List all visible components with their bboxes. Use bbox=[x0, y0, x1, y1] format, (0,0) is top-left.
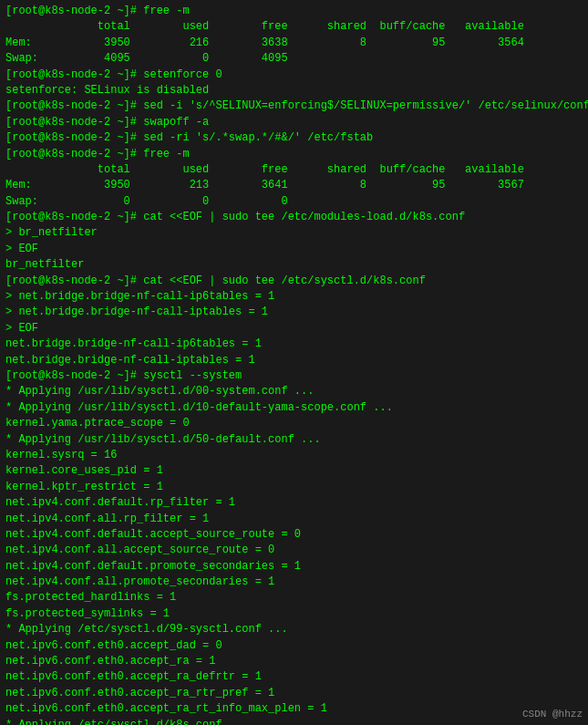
terminal-line: [root@k8s-node-2 ~]# sed -ri 's/.*swap.*… bbox=[5, 130, 583, 146]
terminal-line: net.ipv4.conf.default.rp_filter = 1 bbox=[5, 495, 583, 511]
terminal-line: * Applying /etc/sysctl.d/k8s.conf ... bbox=[5, 718, 583, 725]
terminal-line: kernel.core_uses_pid = 1 bbox=[5, 463, 583, 479]
terminal-line: net.ipv4.conf.default.promote_secondarie… bbox=[5, 559, 583, 575]
terminal-line: > net.bridge.bridge-nf-call-ip6tables = … bbox=[5, 289, 583, 305]
terminal-line: [root@k8s-node-2 ~]# sed -i 's/^SELINUX=… bbox=[5, 98, 583, 114]
terminal-line: net.bridge.bridge-nf-call-ip6tables = 1 bbox=[5, 337, 583, 352]
terminal-line: Swap: 0 0 0 bbox=[5, 194, 583, 210]
terminal-line: Mem: 3950 213 3641 8 95 3567 bbox=[5, 178, 583, 193]
terminal-line: kernel.yama.ptrace_scope = 0 bbox=[5, 416, 583, 431]
terminal-line: [root@k8s-node-2 ~]# sysctl --system bbox=[5, 368, 583, 384]
terminal-line: > EOF bbox=[5, 321, 583, 337]
terminal-output: [root@k8s-node-2 ~]# free -m total used … bbox=[5, 4, 583, 725]
terminal-line: br_netfilter bbox=[5, 257, 583, 273]
terminal-line: [root@k8s-node-2 ~]# cat <<EOF | sudo te… bbox=[5, 210, 583, 225]
terminal-line: fs.protected_hardlinks = 1 bbox=[5, 590, 583, 606]
terminal-line: fs.protected_symlinks = 1 bbox=[5, 606, 583, 622]
terminal-line: total used free shared buff/cache availa… bbox=[5, 19, 583, 35]
terminal-line: setenforce: SELinux is disabled bbox=[5, 83, 583, 98]
terminal-line: > EOF bbox=[5, 242, 583, 257]
terminal-line: [root@k8s-node-2 ~]# setenforce 0 bbox=[5, 67, 583, 83]
terminal-line: * Applying /usr/lib/sysctl.d/50-default.… bbox=[5, 432, 583, 448]
terminal-line: [root@k8s-node-2 ~]# free -m bbox=[5, 147, 583, 162]
terminal-line: kernel.sysrq = 16 bbox=[5, 448, 583, 463]
terminal-line: * Applying /usr/lib/sysctl.d/00-system.c… bbox=[5, 384, 583, 399]
terminal-line: [root@k8s-node-2 ~]# free -m bbox=[5, 4, 583, 19]
terminal-line: net.ipv6.conf.eth0.accept_dad = 0 bbox=[5, 638, 583, 654]
terminal-line: net.ipv4.conf.all.rp_filter = 1 bbox=[5, 512, 583, 527]
terminal-window[interactable]: [root@k8s-node-2 ~]# free -m total used … bbox=[0, 0, 588, 725]
watermark-label: CSDN @hhzz bbox=[522, 709, 583, 720]
terminal-line: * Applying /usr/lib/sysctl.d/10-default-… bbox=[5, 400, 583, 416]
terminal-line: net.ipv6.conf.eth0.accept_ra_rtr_pref = … bbox=[5, 686, 583, 701]
terminal-line: [root@k8s-node-2 ~]# swapoff -a bbox=[5, 115, 583, 130]
terminal-line: net.ipv6.conf.eth0.accept_ra_defrtr = 1 bbox=[5, 669, 583, 685]
terminal-line: > net.bridge.bridge-nf-call-iptables = 1 bbox=[5, 305, 583, 320]
terminal-line: net.bridge.bridge-nf-call-iptables = 1 bbox=[5, 353, 583, 368]
terminal-line: kernel.kptr_restrict = 1 bbox=[5, 480, 583, 495]
terminal-line: > br_netfilter bbox=[5, 225, 583, 241]
terminal-line: net.ipv4.conf.default.accept_source_rout… bbox=[5, 527, 583, 543]
terminal-line: Swap: 4095 0 4095 bbox=[5, 51, 583, 67]
terminal-line: net.ipv6.conf.eth0.accept_ra_rt_info_max… bbox=[5, 701, 583, 717]
terminal-line: Mem: 3950 216 3638 8 95 3564 bbox=[5, 36, 583, 51]
terminal-line: net.ipv4.conf.all.accept_source_route = … bbox=[5, 543, 583, 558]
terminal-line: net.ipv6.conf.eth0.accept_ra = 1 bbox=[5, 654, 583, 669]
terminal-line: [root@k8s-node-2 ~]# cat <<EOF | sudo te… bbox=[5, 274, 583, 289]
terminal-line: * Applying /etc/sysctl.d/99-sysctl.conf … bbox=[5, 622, 583, 637]
terminal-line: net.ipv4.conf.all.promote_secondaries = … bbox=[5, 575, 583, 590]
terminal-line: total used free shared buff/cache availa… bbox=[5, 162, 583, 178]
